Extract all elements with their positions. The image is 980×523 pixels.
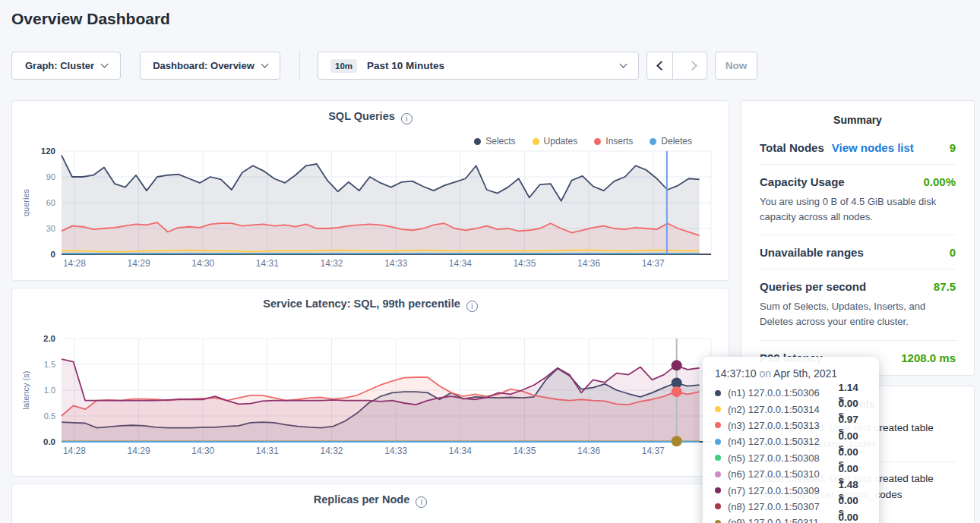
node-color-dot [715, 471, 721, 477]
legend-dot [594, 138, 601, 145]
summary-row-capacity: Capacity Usage 0.00% You are using 0 B o… [760, 165, 956, 235]
node-address: (n3) 127.0.0.1:50313 [728, 420, 839, 431]
qps-desc: Sum of Selects, Updates, Inserts, and De… [760, 299, 956, 329]
svg-text:14:37: 14:37 [642, 258, 665, 269]
legend-item-deletes[interactable]: Deletes [650, 136, 692, 147]
info-icon[interactable]: i [466, 301, 478, 312]
svg-text:14:31: 14:31 [256, 446, 279, 456]
unavailable-ranges-label: Unavailable ranges [760, 246, 864, 259]
p99-latency-value: 1208.0 ms [901, 351, 956, 364]
svg-text:1.0: 1.0 [44, 386, 55, 395]
summary-row-unavailable: Unavailable ranges 0 [760, 235, 956, 269]
sql-queries-chart[interactable]: 030609012014:2814:2914:3014:3114:3214:33… [12, 147, 730, 272]
service-latency-chart[interactable]: 0.00.51.01.52.014:2814:2914:3014:3114:32… [12, 334, 730, 459]
svg-text:30: 30 [46, 224, 55, 233]
svg-text:14:32: 14:32 [320, 446, 343, 456]
service-latency-title-text: Service Latency: SQL, 99th percentile [263, 298, 460, 310]
node-color-dot [715, 487, 721, 493]
node-address: (n1) 127.0.0.1:50306 [728, 387, 839, 399]
graph-dropdown[interactable]: Graph: Cluster [11, 52, 121, 80]
total-nodes-value: 9 [950, 141, 956, 154]
time-step-buttons [646, 52, 707, 80]
legend-item-inserts[interactable]: Inserts [594, 136, 633, 147]
svg-text:14:36: 14:36 [577, 258, 600, 269]
capacity-usage-desc: You are using 0 B of 4.5 GiB usable disk… [760, 194, 956, 225]
tooltip-rows: (n1) 127.0.0.1:503061.14 s(n2) 127.0.0.1… [715, 385, 867, 523]
time-range-badge: 10m [330, 59, 357, 73]
legend-dot [474, 138, 481, 145]
svg-text:14:37: 14:37 [642, 446, 665, 456]
svg-text:120: 120 [41, 147, 55, 156]
dashboard-dropdown-label: Dashboard: Overview [153, 60, 254, 71]
now-button[interactable]: Now [715, 52, 757, 80]
legend-item-updates[interactable]: Updates [533, 136, 578, 147]
svg-text:14:30: 14:30 [191, 258, 214, 269]
svg-text:60: 60 [46, 198, 55, 207]
service-latency-title: Service Latency: SQL, 99th percentilei [12, 298, 729, 312]
node-color-dot [715, 520, 721, 523]
time-range-label: Past 10 Minutes [367, 60, 444, 71]
svg-text:14:28: 14:28 [63, 446, 86, 456]
time-forward-button[interactable] [681, 52, 707, 79]
info-icon[interactable]: i [401, 113, 413, 124]
svg-text:0: 0 [51, 250, 55, 259]
svg-text:14:30: 14:30 [191, 446, 214, 456]
summary-body: Total Nodes View nodes list 9 Capacity U… [741, 131, 974, 374]
legend-item-selects[interactable]: Selects [474, 136, 515, 147]
svg-text:14:28: 14:28 [63, 258, 86, 269]
chart-hover-tooltip: 14:37:10 on Apr 5th, 2021 (n1) 127.0.0.1… [703, 357, 879, 523]
page-title: Overview Dashboard [11, 10, 170, 28]
dashboard-dropdown[interactable]: Dashboard: Overview [140, 52, 280, 80]
toolbar-divider [299, 50, 300, 81]
chevron-down-icon [620, 61, 628, 68]
node-color-dot [715, 422, 721, 428]
sql-queries-title: SQL Queriesi [12, 110, 729, 124]
svg-text:0.5: 0.5 [44, 411, 55, 421]
svg-text:latency (s): latency (s) [21, 371, 30, 410]
replicas-per-node-title: Replicas per Nodei [12, 493, 729, 508]
total-nodes-label: Total Nodes [760, 141, 824, 154]
unavailable-ranges-value: 0 [950, 246, 956, 259]
svg-text:14:33: 14:33 [384, 258, 407, 269]
summary-title: Summary [741, 101, 974, 131]
node-color-dot [715, 406, 721, 412]
svg-text:14:35: 14:35 [513, 446, 536, 456]
replicas-per-node-title-text: Replicas per Node [314, 493, 410, 506]
node-address: (n8) 127.0.0.1:50307 [728, 501, 839, 512]
node-color-dot [715, 503, 721, 509]
svg-text:0.0: 0.0 [43, 437, 55, 446]
node-address: (n6) 127.0.0.1:50310 [728, 468, 839, 480]
svg-text:14:34: 14:34 [449, 446, 472, 456]
svg-text:queries: queries [21, 188, 30, 216]
svg-text:14:33: 14:33 [384, 446, 407, 456]
chevron-down-icon [261, 61, 268, 68]
capacity-usage-value: 0.00% [923, 175, 956, 188]
chevron-left-icon [656, 61, 666, 71]
legend-dot [533, 138, 539, 145]
info-icon[interactable]: i [416, 496, 427, 508]
svg-text:14:35: 14:35 [513, 258, 536, 269]
node-address: (n2) 127.0.0.1:50314 [728, 404, 839, 415]
tooltip-timestamp: 14:37:10 on Apr 5th, 2021 [715, 367, 867, 380]
graph-dropdown-label: Graph: Cluster [25, 60, 94, 71]
summary-row-qps: Queries per second 87.5 Sum of Selects, … [760, 269, 956, 340]
replicas-per-node-panel: Replicas per Nodei [11, 484, 729, 523]
node-latency-value: 0.00 s [839, 512, 867, 523]
node-color-dot [715, 455, 721, 461]
summary-row-total-nodes: Total Nodes View nodes list 9 [760, 131, 956, 165]
qps-label: Queries per second [760, 280, 866, 293]
sql-queries-panel: SQL Queriesi SelectsUpdatesInsertsDelete… [11, 100, 729, 281]
node-address: (n7) 127.0.0.1:50309 [728, 485, 839, 496]
tooltip-row: (n9) 127.0.0.1:503110.00 s [715, 515, 867, 523]
node-address: (n5) 127.0.0.1:50308 [728, 452, 839, 464]
node-color-dot [715, 390, 721, 396]
time-back-button[interactable] [647, 52, 673, 79]
summary-panel: Summary Total Nodes View nodes list 9 Ca… [741, 100, 975, 376]
svg-text:90: 90 [46, 172, 55, 181]
svg-text:2.0: 2.0 [43, 334, 55, 343]
legend-dot [650, 138, 656, 145]
sql-queries-legend: SelectsUpdatesInsertsDeletes [474, 136, 692, 147]
time-range-selector[interactable]: 10m Past 10 Minutes [318, 52, 639, 80]
chevron-down-icon [101, 61, 109, 68]
view-nodes-list-link[interactable]: View nodes list [832, 141, 914, 154]
